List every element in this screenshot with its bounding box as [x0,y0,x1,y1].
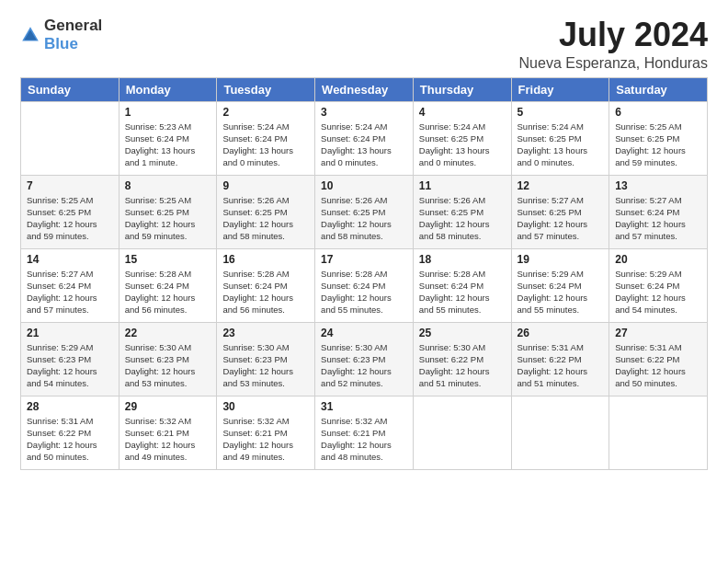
daylight-line2: and 57 minutes. [615,230,701,242]
daylight-line1: Daylight: 12 hours [615,292,701,304]
calendar-cell: 15Sunrise: 5:28 AMSunset: 6:24 PMDayligh… [119,248,217,322]
sunrise-line: Sunrise: 5:29 AM [27,341,113,353]
daylight-line1: Daylight: 12 hours [27,292,113,304]
daylight-line1: Daylight: 12 hours [222,292,309,304]
day-number: 12 [518,179,604,192]
sunset-line: Sunset: 6:21 PM [125,427,211,439]
sunset-line: Sunset: 6:25 PM [518,206,604,218]
calendar-cell: 17Sunrise: 5:28 AMSunset: 6:24 PMDayligh… [315,248,414,322]
header-friday: Friday [511,77,609,101]
daylight-line1: Daylight: 12 hours [222,439,309,451]
sunrise-line: Sunrise: 5:28 AM [222,268,309,280]
sunrise-line: Sunrise: 5:30 AM [321,341,407,353]
daylight-line1: Daylight: 13 hours [125,144,211,156]
calendar-cell: 11Sunrise: 5:26 AMSunset: 6:25 PMDayligh… [413,175,511,248]
sunset-line: Sunset: 6:24 PM [125,280,211,292]
sunset-line: Sunset: 6:22 PM [615,353,701,365]
sunset-line: Sunset: 6:23 PM [321,353,407,365]
sunset-line: Sunset: 6:25 PM [125,206,211,218]
calendar-cell: 9Sunrise: 5:26 AMSunset: 6:25 PMDaylight… [217,175,315,248]
sunrise-line: Sunrise: 5:24 AM [419,121,506,132]
sunset-line: Sunset: 6:23 PM [222,353,309,365]
calendar-cell: 27Sunrise: 5:31 AMSunset: 6:22 PMDayligh… [609,322,708,396]
sunrise-line: Sunrise: 5:30 AM [222,341,309,353]
sunset-line: Sunset: 6:21 PM [222,427,309,439]
day-number: 2 [222,106,309,119]
daylight-line2: and 55 minutes. [321,304,407,316]
daylight-line2: and 0 minutes. [222,156,309,168]
day-info: Sunrise: 5:27 AMSunset: 6:24 PMDaylight:… [615,194,701,243]
daylight-line1: Daylight: 12 hours [518,292,604,304]
week-row-2: 14Sunrise: 5:27 AMSunset: 6:24 PMDayligh… [21,248,708,322]
sunset-line: Sunset: 6:23 PM [27,353,113,365]
daylight-line1: Daylight: 12 hours [419,365,506,377]
header: General Blue July 2024 Nueva Esperanza, … [20,17,708,72]
sunrise-line: Sunrise: 5:28 AM [321,268,407,280]
sunrise-line: Sunrise: 5:32 AM [222,415,309,427]
calendar-cell: 29Sunrise: 5:32 AMSunset: 6:21 PMDayligh… [119,396,217,469]
calendar-cell: 22Sunrise: 5:30 AMSunset: 6:23 PMDayligh… [119,322,217,396]
daylight-line1: Daylight: 12 hours [615,144,701,156]
daylight-line2: and 59 minutes. [125,230,211,242]
daylight-line2: and 55 minutes. [419,304,506,316]
day-info: Sunrise: 5:26 AMSunset: 6:25 PMDaylight:… [222,194,309,243]
sunset-line: Sunset: 6:22 PM [518,353,604,365]
sunrise-line: Sunrise: 5:25 AM [125,194,211,206]
calendar-cell: 31Sunrise: 5:32 AMSunset: 6:21 PMDayligh… [315,396,414,469]
sunrise-line: Sunrise: 5:29 AM [615,268,701,280]
sunrise-line: Sunrise: 5:29 AM [518,268,604,280]
calendar-header-row: SundayMondayTuesdayWednesdayThursdayFrid… [21,77,708,101]
daylight-line1: Daylight: 12 hours [518,365,604,377]
sunrise-line: Sunrise: 5:31 AM [615,341,701,353]
day-number: 18 [419,253,506,266]
sunset-line: Sunset: 6:25 PM [615,132,701,144]
day-number: 15 [125,253,211,266]
sunset-line: Sunset: 6:21 PM [321,427,407,439]
daylight-line2: and 0 minutes. [321,156,407,168]
daylight-line1: Daylight: 12 hours [222,218,309,230]
calendar-cell: 24Sunrise: 5:30 AMSunset: 6:23 PMDayligh… [315,322,414,396]
daylight-line2: and 58 minutes. [321,230,407,242]
day-number: 27 [615,327,701,339]
daylight-line1: Daylight: 12 hours [615,365,701,377]
calendar-cell: 13Sunrise: 5:27 AMSunset: 6:24 PMDayligh… [609,175,708,248]
calendar-cell: 19Sunrise: 5:29 AMSunset: 6:24 PMDayligh… [511,248,609,322]
sunrise-line: Sunrise: 5:26 AM [321,194,407,206]
main-title: July 2024 [519,17,708,53]
calendar-cell: 18Sunrise: 5:28 AMSunset: 6:24 PMDayligh… [413,248,511,322]
day-info: Sunrise: 5:32 AMSunset: 6:21 PMDaylight:… [222,415,309,464]
calendar-cell: 16Sunrise: 5:28 AMSunset: 6:24 PMDayligh… [217,248,315,322]
day-number: 7 [27,179,113,192]
sunset-line: Sunset: 6:24 PM [222,132,309,144]
sunset-line: Sunset: 6:24 PM [518,280,604,292]
sunset-line: Sunset: 6:25 PM [321,206,407,218]
day-number: 16 [222,253,309,266]
day-info: Sunrise: 5:23 AMSunset: 6:24 PMDaylight:… [125,121,211,169]
sunrise-line: Sunrise: 5:23 AM [125,121,211,132]
day-info: Sunrise: 5:28 AMSunset: 6:24 PMDaylight:… [419,268,506,316]
sunrise-line: Sunrise: 5:31 AM [27,415,113,427]
daylight-line1: Daylight: 12 hours [27,218,113,230]
day-info: Sunrise: 5:28 AMSunset: 6:24 PMDaylight:… [321,268,407,316]
daylight-line1: Daylight: 13 hours [222,144,309,156]
header-thursday: Thursday [413,77,511,101]
day-number: 14 [27,253,113,266]
calendar-cell: 12Sunrise: 5:27 AMSunset: 6:25 PMDayligh… [511,175,609,248]
calendar-cell: 26Sunrise: 5:31 AMSunset: 6:22 PMDayligh… [511,322,609,396]
daylight-line1: Daylight: 12 hours [615,218,701,230]
day-number: 3 [321,106,407,119]
daylight-line2: and 0 minutes. [419,156,506,168]
calendar-cell: 3Sunrise: 5:24 AMSunset: 6:24 PMDaylight… [315,101,414,175]
day-info: Sunrise: 5:24 AMSunset: 6:25 PMDaylight:… [518,121,604,169]
day-number: 8 [125,179,211,192]
day-info: Sunrise: 5:24 AMSunset: 6:24 PMDaylight:… [222,121,309,169]
daylight-line1: Daylight: 12 hours [27,439,113,451]
logo-general: General [44,17,102,35]
daylight-line2: and 58 minutes. [222,230,309,242]
sunrise-line: Sunrise: 5:27 AM [615,194,701,206]
daylight-line1: Daylight: 12 hours [518,218,604,230]
day-number: 1 [125,106,211,119]
calendar-cell: 20Sunrise: 5:29 AMSunset: 6:24 PMDayligh… [609,248,708,322]
calendar-cell: 5Sunrise: 5:24 AMSunset: 6:25 PMDaylight… [511,101,609,175]
day-number: 28 [27,400,113,413]
